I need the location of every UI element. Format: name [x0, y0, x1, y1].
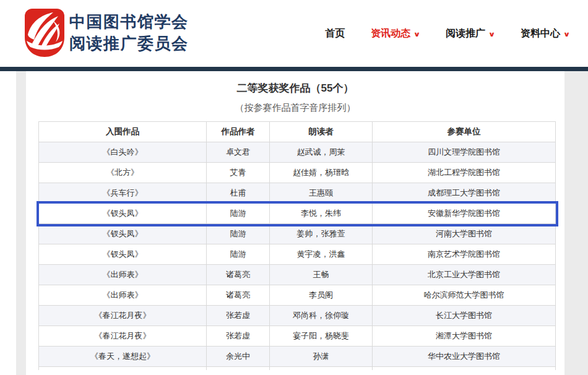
table-cell: 王畅 [270, 265, 373, 285]
table-cell: 《出师表》 [39, 265, 207, 285]
nav-item-resources[interactable]: 资料中心∨ [521, 27, 569, 40]
table-cell: 陆游 [207, 204, 270, 224]
table-cell: 《春天，遂想起》 [39, 347, 207, 367]
table-cell: 赵佳婧，杨瑨晗 [270, 163, 373, 183]
table-cell: 余光中 [207, 347, 270, 367]
table-cell: 卓文君 [207, 142, 270, 163]
table-cell: 陆游 [207, 244, 270, 265]
table-cell: 北京工业大学图书馆 [373, 265, 556, 285]
table-row: 《钗头凤》陆游黄宇凌，洪鑫南京艺术学院图书馆 [39, 244, 556, 265]
table-cell: 李悦，朱纬 [270, 204, 373, 224]
table-cell: 长江大学图书馆 [373, 306, 556, 326]
table-cell: 诸葛亮 [207, 285, 270, 306]
site-title-line2: 阅读推广委员会 [69, 33, 189, 54]
table-row: 《春江花月夜》张若虚宴子阳，杨晓斐湘潭大学图书馆 [39, 326, 556, 347]
nav-item-label: 资讯动态 [371, 27, 410, 40]
awards-table: 入围作品作品作者朗读者参赛单位 《白头吟》卓文君赵武诚，周茉四川文理学院图书馆《… [38, 121, 556, 370]
table-cell: 《钗头凤》 [39, 224, 207, 244]
table-cell: 邓尚科，徐仰璇 [270, 306, 373, 326]
chevron-down-icon: ∨ [488, 30, 496, 38]
table-cell: 成都理工大学图书馆 [373, 183, 556, 204]
table-column-header: 朗读者 [270, 122, 373, 142]
table-row: 《出师表》诸葛亮王畅北京工业大学图书馆 [39, 265, 556, 285]
page-subtitle: （按参赛作品首字音序排列） [26, 101, 564, 114]
table-cell: 张若虚 [207, 326, 270, 347]
table-cell: 《白头吟》 [39, 142, 207, 163]
content-card: 二等奖获奖作品（55个） （按参赛作品首字音序排列） 入围作品作品作者朗读者参赛… [26, 71, 564, 375]
table-cell: 杜甫 [207, 183, 270, 204]
table-cell: 哈尔滨师范大学图书馆 [373, 285, 556, 306]
table-cell: 河南大学图书馆 [373, 224, 556, 244]
table-cell: 湖北工程学院图书馆 [373, 163, 556, 183]
table-cell: 张若虚 [207, 306, 270, 326]
nav-item-label: 阅读推广 [446, 27, 485, 40]
nav-item-news[interactable]: 资讯动态∨ [371, 27, 420, 40]
table-cell: 南京艺术学院图书馆 [373, 244, 556, 265]
site-title: 中国图书馆学会 阅读推广委员会 [69, 11, 189, 54]
table-cell: 安徽新华学院图书馆 [373, 204, 556, 224]
table-row: 《白头吟》卓文君赵武诚，周茉四川文理学院图书馆 [39, 142, 556, 163]
table-row: 《出师表》诸葛亮李员阁哈尔滨师范大学图书馆 [39, 285, 556, 306]
main-nav: 首页资讯动态∨阅读推广∨资料中心∨ [325, 0, 569, 67]
awards-table-body: 《白头吟》卓文君赵武诚，周茉四川文理学院图书馆《北方》艾青赵佳婧，杨瑨晗湖北工程… [39, 142, 556, 367]
awards-table-head: 入围作品作品作者朗读者参赛单位 [39, 122, 556, 142]
table-cell: 姜帅，张雅萱 [270, 224, 373, 244]
table-cell: 《春江花月夜》 [39, 306, 207, 326]
table-cell: 《北方》 [39, 163, 207, 183]
table-cell: 湘潭大学图书馆 [373, 326, 556, 347]
table-row-partial [39, 367, 556, 370]
table-row: 《北方》艾青赵佳婧，杨瑨晗湖北工程学院图书馆 [39, 163, 556, 183]
table-row: 《钗头凤》陆游姜帅，张雅萱河南大学图书馆 [39, 224, 556, 244]
library-society-logo-icon [25, 9, 64, 57]
table-cell: 《出师表》 [39, 285, 207, 306]
chevron-down-icon: ∨ [563, 30, 571, 38]
table-cell: 《春江花月夜》 [39, 326, 207, 347]
table-cell: 艾青 [207, 163, 270, 183]
table-header-row: 入围作品作品作者朗读者参赛单位 [39, 122, 556, 142]
table-cell: 赵武诚，周茉 [270, 142, 373, 163]
table-row: 《兵车行》杜甫王惠颐成都理工大学图书馆 [39, 183, 556, 204]
table-column-header: 入围作品 [39, 122, 207, 142]
table-row: 《钗头凤》陆游李悦，朱纬安徽新华学院图书馆 [39, 204, 556, 224]
page-background: 二等奖获奖作品（55个） （按参赛作品首字音序排列） 入围作品作品作者朗读者参赛… [16, 71, 588, 375]
site-header: 中国图书馆学会 阅读推广委员会 首页资讯动态∨阅读推广∨资料中心∨ [0, 0, 588, 67]
awards-table-partial [39, 367, 556, 370]
table-cell: 黄宇凌，洪鑫 [270, 244, 373, 265]
table-cell: 《钗头凤》 [39, 204, 207, 224]
table-cell: 李员阁 [270, 285, 373, 306]
table-cell: 陆游 [207, 224, 270, 244]
nav-item-reading-promotion[interactable]: 阅读推广∨ [446, 27, 495, 40]
nav-item-label: 首页 [325, 27, 345, 40]
table-cell: 四川文理学院图书馆 [373, 142, 556, 163]
table-column-header: 参赛单位 [373, 122, 556, 142]
nav-item-label: 资料中心 [521, 27, 560, 40]
table-cell: 王惠颐 [270, 183, 373, 204]
table-cell: 孙潇 [270, 347, 373, 367]
table-cell: 《钗头凤》 [39, 244, 207, 265]
nav-item-home[interactable]: 首页 [325, 27, 345, 40]
header-divider-bar [0, 67, 588, 71]
table-column-header: 作品作者 [207, 122, 270, 142]
chevron-down-icon: ∨ [413, 30, 421, 38]
table-cell: 《兵车行》 [39, 183, 207, 204]
table-row: 《春天，遂想起》余光中孙潇华中农业大学图书馆 [39, 347, 556, 367]
site-logo[interactable] [25, 9, 64, 57]
table-row: 《春江花月夜》张若虚邓尚科，徐仰璇长江大学图书馆 [39, 306, 556, 326]
page-title: 二等奖获奖作品（55个） [26, 82, 564, 95]
table-cell: 宴子阳，杨晓斐 [270, 326, 373, 347]
site-title-line1: 中国图书馆学会 [69, 11, 189, 33]
table-cell: 华中农业大学图书馆 [373, 347, 556, 367]
table-cell: 诸葛亮 [207, 265, 270, 285]
